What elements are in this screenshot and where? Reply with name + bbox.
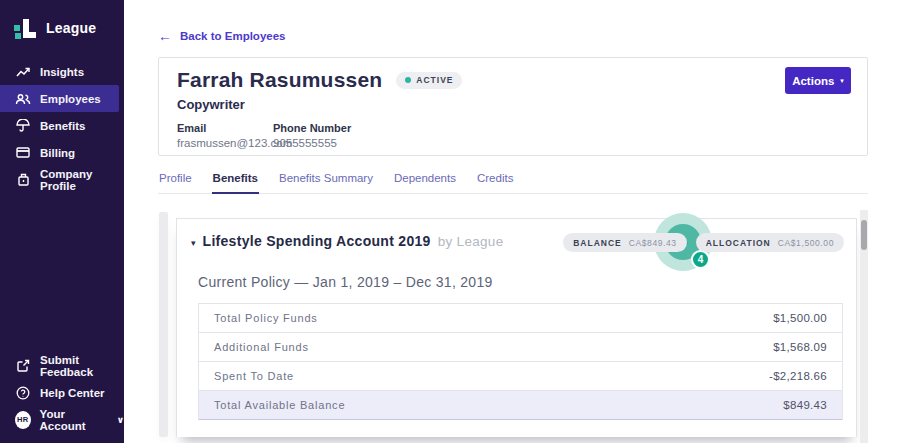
back-to-employees-link[interactable]: ← Back to Employees [158, 29, 285, 43]
sidebar-item-label: Employees [40, 93, 101, 105]
phone-value: 9055555555 [273, 137, 351, 149]
sidebar-item-label: Benefits [40, 120, 85, 132]
tab-credits[interactable]: Credits [476, 168, 514, 193]
tab-dependents[interactable]: Dependents [393, 168, 457, 193]
table-row: Total Policy Funds $1,500.00 [199, 304, 842, 333]
collapse-caret-icon[interactable]: ▾ [191, 238, 196, 248]
external-link-icon [15, 358, 31, 374]
account-label: Your Account [40, 408, 104, 432]
tab-benefits-summary[interactable]: Benefits Summary [278, 168, 374, 193]
umbrella-icon [15, 118, 31, 134]
status-dot-icon [405, 77, 411, 83]
account-avatar: HR [15, 411, 31, 429]
status-badge: ACTIVE [396, 72, 462, 89]
back-link-label: Back to Employees [180, 30, 285, 42]
building-icon [15, 172, 31, 188]
league-logo-icon [14, 16, 38, 40]
app-root: League Insights Employees [0, 0, 900, 443]
benefit-badges: BALANCE CA$849.43 ALLOCATION CA$1,500.00 [563, 233, 844, 252]
employee-tabs: Profile Benefits Benefits Summary Depend… [158, 168, 868, 194]
vertical-scrollbar[interactable] [860, 210, 868, 443]
caret-down-icon: ▾ [840, 77, 844, 85]
phone-label: Phone Number [273, 122, 351, 134]
arrow-left-icon: ← [158, 29, 172, 43]
sidebar-item-insights[interactable]: Insights [0, 58, 124, 85]
phone-block: Phone Number 9055555555 [273, 122, 351, 149]
sidebar: League Insights Employees [0, 0, 124, 443]
employee-role: Copywriter [177, 97, 245, 112]
row-value: $849.43 [783, 399, 827, 411]
sidebar-item-label: Insights [40, 66, 84, 78]
main-content: ← Back to Employees Farrah Rasumussen AC… [124, 0, 900, 443]
scrollbar-thumb[interactable] [861, 220, 867, 250]
people-icon [15, 91, 31, 107]
actions-button[interactable]: Actions ▾ [785, 67, 851, 94]
status-label: ACTIVE [416, 75, 453, 85]
balance-badge: BALANCE CA$849.43 [563, 233, 687, 252]
sidebar-item-label: Submit Feedback [40, 354, 124, 378]
sidebar-footer: Submit Feedback Help Center HR Your Acco… [0, 352, 124, 433]
sidebar-item-label: Help Center [40, 387, 105, 399]
row-label: Total Policy Funds [214, 312, 318, 324]
trend-chart-icon [15, 64, 31, 80]
row-label: Additional Funds [214, 341, 309, 353]
chevron-down-icon: ∨ [117, 415, 124, 425]
benefit-provider: by League [438, 234, 504, 249]
logo-wordmark: League [46, 20, 96, 36]
benefit-panel: ▾ Lifestyle Spending Account 2019 by Lea… [176, 218, 857, 437]
balance-label: BALANCE [573, 238, 622, 248]
sidebar-item-help-center[interactable]: Help Center [0, 379, 124, 406]
policy-funds-table: Total Policy Funds $1,500.00 Additional … [198, 303, 843, 420]
benefit-title: Lifestyle Spending Account 2019 [203, 233, 431, 249]
allocation-badge: ALLOCATION CA$1,500.00 [696, 233, 844, 252]
sidebar-item-your-account[interactable]: HR Your Account ∨ [0, 406, 124, 433]
table-row-total: Total Available Balance $849.43 [199, 391, 842, 420]
allocation-label: ALLOCATION [706, 238, 771, 248]
row-label: Spent To Date [214, 370, 294, 382]
sidebar-item-label: Company Profile [40, 168, 124, 192]
credit-card-icon [15, 145, 31, 161]
league-logo: League [14, 16, 96, 40]
table-row: Additional Funds $1,568.09 [199, 333, 842, 362]
employee-name: Farrah Rasumussen [177, 68, 382, 92]
sidebar-nav: Insights Employees Benefits [0, 58, 124, 193]
sidebar-item-employees[interactable]: Employees [0, 85, 119, 112]
balance-value: CA$849.43 [629, 238, 677, 248]
tab-profile[interactable]: Profile [158, 168, 193, 193]
sidebar-item-benefits[interactable]: Benefits [0, 112, 124, 139]
benefit-count-badge: 4 [691, 250, 710, 269]
sidebar-item-billing[interactable]: Billing [0, 139, 124, 166]
row-value: $1,500.00 [773, 312, 827, 324]
table-row: Spent To Date -$2,218.66 [199, 362, 842, 391]
row-label: Total Available Balance [214, 399, 345, 411]
actions-button-label: Actions [792, 75, 834, 87]
row-value: $1,568.09 [773, 341, 827, 353]
employee-name-row: Farrah Rasumussen ACTIVE [177, 68, 462, 92]
row-value: -$2,218.66 [769, 370, 827, 382]
benefit-panel-header: ▾ Lifestyle Spending Account 2019 by Lea… [191, 233, 503, 249]
current-policy-heading: Current Policy — Jan 1, 2019 – Dec 31, 2… [198, 274, 493, 290]
previous-benefit-card-edge[interactable] [159, 212, 168, 437]
sidebar-item-submit-feedback[interactable]: Submit Feedback [0, 352, 124, 379]
tab-benefits[interactable]: Benefits [212, 168, 259, 194]
sidebar-item-label: Billing [40, 147, 75, 159]
sidebar-item-company-profile[interactable]: Company Profile [0, 166, 124, 193]
allocation-value: CA$1,500.00 [778, 238, 834, 248]
question-circle-icon [15, 385, 31, 401]
employee-card: Farrah Rasumussen ACTIVE Copywriter Emai… [158, 57, 868, 156]
